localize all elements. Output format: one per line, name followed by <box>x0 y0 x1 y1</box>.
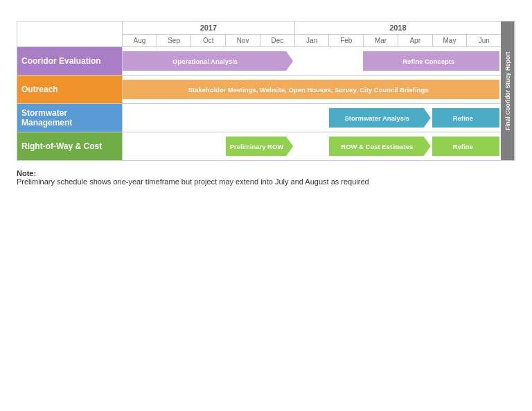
bar-stormwater-stormwater-analysis: Stormwater Analysis <box>329 108 431 128</box>
gantt-row-corridor: Cooridor EvaluationOperational AnalysisR… <box>17 47 515 76</box>
month-cell-oct: Oct <box>191 35 226 46</box>
months-header: 2017 2018 AugSepOctNovDecJanFebMarAprMay… <box>123 21 501 46</box>
month-cell-mar: Mar <box>364 35 398 46</box>
row-data-stormwater: Stormwater AnalysisRefine <box>123 104 501 132</box>
gantt-row-row-cost: Right-of-Way & CostPreliminary ROWROW & … <box>17 132 515 160</box>
bar-label: Stakeholder Meetings, Website, Open Hous… <box>185 86 431 94</box>
bar-label: Refine <box>450 143 476 150</box>
bar-row-cost-refine: Refine <box>432 137 499 156</box>
note-section: Note: Preliminary schedule shows one-yea… <box>17 169 515 186</box>
gantt-body: Cooridor EvaluationOperational AnalysisR… <box>17 47 515 160</box>
month-cell-sep: Sep <box>157 35 192 46</box>
month-cell-aug: Aug <box>123 35 157 46</box>
month-cell-dec: Dec <box>260 35 295 46</box>
row-label-corridor: Cooridor Evaluation <box>17 47 123 75</box>
month-cell-nov: Nov <box>226 35 260 46</box>
bar-row-cost-row-&-cost-estimates: ROW & Cost Estimates <box>329 137 431 156</box>
month-cell-jun: Jun <box>467 35 501 46</box>
bar-label: ROW & Cost Estimates <box>338 143 416 150</box>
bar-label: Preliminary ROW <box>227 143 287 150</box>
month-cell-feb: Feb <box>329 35 364 46</box>
month-row: AugSepOctNovDecJanFebMarAprMayJun <box>123 35 501 46</box>
year-row: 2017 2018 <box>123 21 501 35</box>
bar-label: Stormwater Analysis <box>342 114 412 122</box>
month-cell-apr: Apr <box>398 35 433 46</box>
bar-corridor-refine-concepts: Refine Concepts <box>363 51 499 71</box>
note-text: Preliminary schedule shows one-year time… <box>17 177 369 186</box>
month-cell-jan: Jan <box>295 35 330 46</box>
row-data-outreach: Stakeholder Meetings, Website, Open Hous… <box>123 76 501 103</box>
gantt-chart: 2017 2018 AugSepOctNovDecJanFebMarAprMay… <box>17 21 515 161</box>
header-label-spacer <box>17 21 123 46</box>
row-label-outreach: Outreach <box>17 76 123 103</box>
gantt-row-outreach: OutreachStakeholder Meetings, Website, O… <box>17 76 515 104</box>
row-label-stormwater: Stormwater Management <box>17 104 123 132</box>
row-label-row-cost: Right-of-Way & Cost <box>17 132 123 160</box>
bar-label: Operational Analysis <box>170 58 240 65</box>
row-data-row-cost: Preliminary ROWROW & Cost EstimatesRefin… <box>123 132 501 160</box>
bar-outreach-stakeholder-meetings: Stakeholder Meetings, Website, Open Hous… <box>123 80 499 99</box>
year-2017: 2017 <box>123 21 295 34</box>
bar-label: Refine Concepts <box>400 58 457 65</box>
row-data-corridor: Operational AnalysisRefine Concepts <box>123 47 501 75</box>
bar-corridor-operational-analysis: Operational Analysis <box>123 51 293 71</box>
bar-label: Refine <box>450 114 476 122</box>
month-cell-may: May <box>433 35 468 46</box>
gantt-header: 2017 2018 AugSepOctNovDecJanFebMarAprMay… <box>17 21 515 47</box>
chart-container: 2017 2018 AugSepOctNovDecJanFebMarAprMay… <box>17 21 515 186</box>
year-2018: 2018 <box>295 21 501 34</box>
gantt-row-stormwater: Stormwater ManagementStormwater Analysis… <box>17 104 515 132</box>
bar-stormwater-refine: Refine <box>432 108 499 128</box>
bar-row-cost-preliminary-row: Preliminary ROW <box>226 137 293 156</box>
vertical-report-label: Final Cooridor Stucy Report <box>501 21 515 160</box>
note-label: Note: <box>17 169 36 177</box>
